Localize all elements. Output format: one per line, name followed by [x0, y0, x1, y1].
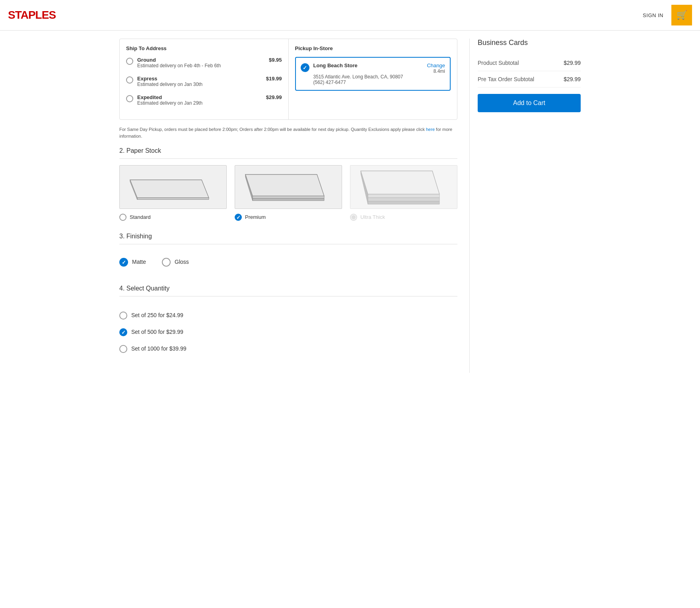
svg-marker-4: [253, 196, 324, 199]
radio-standard[interactable]: [119, 214, 126, 221]
quantity-500-label: Set of 500 for $29.99: [131, 329, 183, 335]
ground-date: Estimated delivery on Feb 4th - Feb 6th: [137, 63, 265, 68]
express-name: Express: [137, 76, 262, 82]
store-address: 3515 Atlantic Ave. Long Beach, CA, 90807: [313, 74, 445, 80]
product-subtotal-label: Product Subtotal: [478, 60, 519, 66]
radio-gloss[interactable]: [162, 258, 171, 267]
quantity-section: 4. Select Quantity Set of 250 for $24.99…: [119, 285, 457, 361]
pickup-in-store-panel: Pickup In-Store Long Beach Store Change …: [289, 39, 457, 119]
shipping-info-ground: Ground Estimated delivery on Feb 4th - F…: [137, 57, 265, 68]
matte-checked-icon: [119, 258, 128, 267]
premium-text: Premium: [245, 214, 266, 220]
cart-button[interactable]: 🛒: [671, 5, 692, 25]
svg-marker-5: [253, 199, 324, 201]
shipping-option-ground[interactable]: Ground Estimated delivery on Feb 4th - F…: [126, 57, 282, 68]
sign-in-button[interactable]: SIGN IN: [643, 12, 663, 18]
quantity-option-1000[interactable]: Set of 1000 for $39.99: [119, 340, 457, 357]
product-subtotal-value: $29.99: [564, 60, 581, 66]
finishing-options: Matte Gloss: [119, 251, 457, 273]
premium-label: Premium: [235, 213, 342, 221]
quantity-header: 4. Select Quantity: [119, 285, 457, 296]
store-meta: Change 8.4mi: [427, 62, 445, 74]
header-right: SIGN IN 🛒: [643, 5, 692, 25]
quantity-250-label: Set of 250 for $24.99: [131, 312, 183, 318]
quantity-500-checked-icon: [119, 328, 127, 336]
finishing-section: 3. Finishing Matte Gloss: [119, 233, 457, 273]
finishing-header: 3. Finishing: [119, 233, 457, 244]
expedited-date: Estimated delivery on Jan 29th: [137, 100, 262, 106]
gloss-label: Gloss: [175, 259, 189, 265]
expedited-price: $29.99: [266, 94, 282, 100]
svg-marker-7: [361, 171, 439, 195]
express-price: $19.99: [266, 76, 282, 82]
express-date: Estimated delivery on Jan 30th: [137, 82, 262, 87]
store-name-row: Long Beach Store Change 8.4mi: [313, 62, 445, 74]
shipping-section: Ship To Address Ground Estimated deliver…: [119, 39, 457, 120]
store-selected-icon: [301, 63, 309, 72]
radio-premium-checked[interactable]: [235, 214, 242, 221]
left-column: Ship To Address Ground Estimated deliver…: [119, 39, 469, 373]
pre-tax-row: Pre Tax Order Subtotal $29.99: [478, 71, 581, 88]
paper-options: Standard Premium: [119, 165, 457, 221]
store-info: Long Beach Store Change 8.4mi 3515 Atlan…: [313, 62, 445, 85]
paper-option-premium[interactable]: Premium: [235, 165, 342, 221]
radio-ground[interactable]: [126, 58, 133, 65]
paper-stack-svg-standard: [120, 166, 226, 209]
store-distance: 8.4mi: [434, 68, 445, 74]
shipping-option-expedited[interactable]: Expedited Estimated delivery on Jan 29th…: [126, 94, 282, 106]
paper-stack-svg-premium: [235, 166, 342, 209]
radio-express[interactable]: [126, 76, 133, 84]
store-phone: (562) 427-6477: [313, 80, 445, 85]
quantity-1000-label: Set of 1000 for $39.99: [131, 345, 187, 352]
pre-tax-value: $29.99: [564, 76, 581, 82]
svg-marker-1: [137, 198, 209, 200]
right-column: Business Cards Product Subtotal $29.99 P…: [469, 39, 581, 373]
same-day-note: For Same Day Pickup, orders must be plac…: [119, 126, 457, 139]
change-store-link[interactable]: Change: [427, 62, 445, 68]
ultra-thick-label: Ultra Thick: [350, 213, 457, 221]
pre-tax-label: Pre Tax Order Subtotal: [478, 76, 534, 82]
radio-250[interactable]: [119, 312, 127, 320]
ship-to-address-panel: Ship To Address Ground Estimated deliver…: [120, 39, 289, 119]
svg-marker-3: [245, 175, 324, 196]
svg-marker-8: [368, 194, 439, 198]
radio-1000[interactable]: [119, 345, 127, 353]
shipping-info-express: Express Estimated delivery on Jan 30th: [137, 76, 262, 87]
staples-logo: STAPLES: [8, 9, 56, 21]
radio-expedited[interactable]: [126, 95, 133, 102]
svg-marker-0: [130, 180, 209, 198]
quantity-option-500[interactable]: Set of 500 for $29.99: [119, 323, 457, 340]
paper-image-premium: [235, 165, 342, 209]
standard-text: Standard: [130, 214, 151, 220]
paper-image-ultra-thick: [350, 165, 457, 209]
here-link[interactable]: here: [426, 127, 435, 132]
product-subtotal-row: Product Subtotal $29.99: [478, 55, 581, 71]
paper-image-standard: [119, 165, 227, 209]
main-layout: Ship To Address Ground Estimated deliver…: [111, 31, 589, 381]
svg-marker-9: [368, 198, 439, 201]
product-title: Business Cards: [478, 39, 581, 47]
ground-price: $9.95: [269, 57, 282, 63]
quantity-option-250[interactable]: Set of 250 for $24.99: [119, 307, 457, 323]
svg-marker-10: [368, 201, 439, 204]
paper-stock-section: 2. Paper Stock Standard: [119, 147, 457, 221]
paper-stack-svg-ultra: [350, 166, 457, 209]
shipping-info-expedited: Expedited Estimated delivery on Jan 29th: [137, 94, 262, 106]
finishing-option-gloss[interactable]: Gloss: [162, 257, 189, 267]
paper-stock-header: 2. Paper Stock: [119, 147, 457, 159]
paper-option-ultra-thick[interactable]: Ultra Thick: [350, 165, 457, 221]
expedited-name: Expedited: [137, 94, 262, 100]
shipping-option-express[interactable]: Express Estimated delivery on Jan 30th $…: [126, 76, 282, 87]
paper-option-standard[interactable]: Standard: [119, 165, 227, 221]
header: STAPLES SIGN IN 🛒: [0, 0, 700, 31]
ship-to-address-title: Ship To Address: [126, 45, 282, 51]
ultra-thick-text: Ultra Thick: [360, 214, 385, 220]
add-to-cart-button[interactable]: Add to Cart: [478, 94, 581, 112]
standard-label: Standard: [119, 213, 227, 221]
store-box[interactable]: Long Beach Store Change 8.4mi 3515 Atlan…: [295, 57, 451, 91]
quantity-options: Set of 250 for $24.99 Set of 500 for $29…: [119, 303, 457, 361]
ground-name: Ground: [137, 57, 265, 63]
pickup-title: Pickup In-Store: [295, 45, 451, 51]
finishing-option-matte[interactable]: Matte: [119, 257, 146, 267]
radio-ultra-thick[interactable]: [350, 214, 357, 221]
